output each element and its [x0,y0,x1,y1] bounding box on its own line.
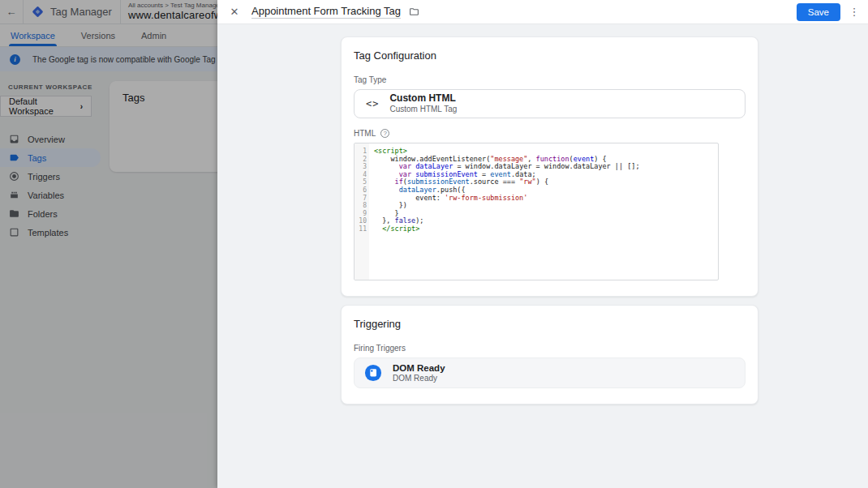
trigger-type: DOM Ready [393,374,445,384]
triggering-card: Triggering Firing Triggers DOM Ready DOM… [341,305,758,405]
line-number: 10 [357,217,367,225]
tag-configuration-card: Tag Configuration Tag Type <> Custom HTM… [341,36,758,297]
tag-editor-panel: ✕ Appointment Form Tracking Tag Save ⋮ T… [217,0,868,488]
html-label: HTML [354,129,376,138]
line-number: 3 [357,163,367,171]
custom-html-icon: <> [366,98,379,109]
line-number: 8 [357,202,367,210]
firing-triggers-label: Firing Triggers [354,344,746,353]
line-number: 5 [357,178,367,186]
tag-type-desc: Custom HTML Tag [389,105,457,115]
code-line[interactable]: }) [374,202,718,210]
line-number: 2 [357,156,367,164]
more-options-icon[interactable]: ⋮ [840,6,868,18]
tag-type-name: Custom HTML [389,92,457,105]
dom-ready-icon [364,364,382,382]
panel-body: Tag Configuration Tag Type <> Custom HTM… [217,24,868,488]
code-line[interactable]: </script> [374,225,718,233]
code-line[interactable]: }, false); [374,217,718,225]
html-field-label-row: HTML ? [354,129,746,138]
line-number: 4 [357,171,367,179]
save-button[interactable]: Save [797,3,840,21]
tag-title-input[interactable]: Appointment Form Tracking Tag [251,5,401,19]
trigger-row-dom-ready[interactable]: DOM Ready DOM Ready [354,357,746,388]
html-code-editor[interactable]: 1234567891011 <script> window.addEventLi… [354,143,719,280]
code-line[interactable]: event: 'rw-form-submission' [374,195,718,203]
line-number: 1 [357,148,367,156]
line-number: 9 [357,210,367,218]
line-number: 6 [357,186,367,195]
folder-icon[interactable] [409,6,419,17]
tag-configuration-heading: Tag Configuration [354,49,746,62]
close-icon[interactable]: ✕ [217,6,251,18]
screen: ← Tag Manager All accounts > Test Tag Ma… [0,0,868,488]
panel-header: ✕ Appointment Form Tracking Tag Save ⋮ [217,0,868,24]
line-number: 7 [357,195,367,203]
tag-type-label: Tag Type [354,75,746,84]
line-number: 11 [357,225,367,233]
help-icon[interactable]: ? [380,129,389,138]
line-number-gutter: 1234567891011 [355,143,369,280]
triggering-heading: Triggering [354,318,746,330]
code-line[interactable]: } [374,210,718,218]
code-lines[interactable]: <script> window.addEventListener("messag… [369,143,718,280]
tag-type-selector[interactable]: <> Custom HTML Custom HTML Tag [354,89,746,118]
trigger-name: DOM Ready [393,362,445,374]
